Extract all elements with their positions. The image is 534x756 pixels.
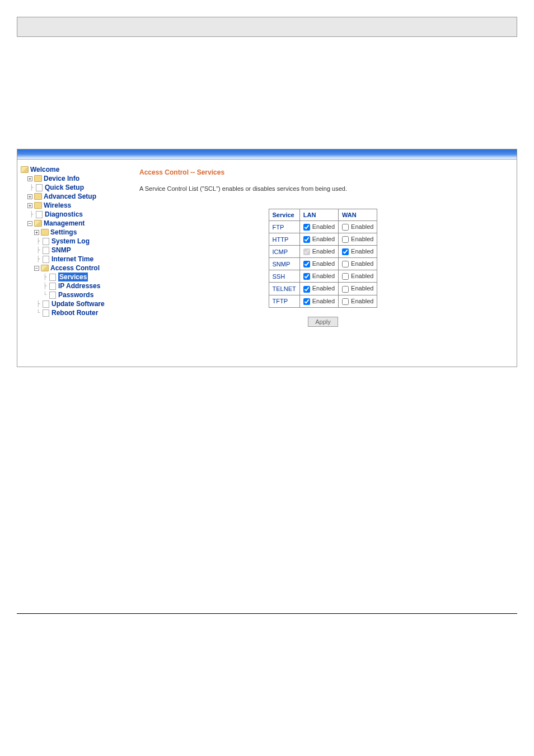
tree-item-management[interactable]: − Management [21, 219, 126, 228]
checkbox-ssh-wan[interactable] [342, 273, 349, 280]
table-row: TELNET Enabled Enabled [269, 283, 377, 295]
folder-open-icon [34, 220, 42, 227]
enabled-label: Enabled [351, 223, 373, 230]
apply-button[interactable]: Apply [308, 317, 338, 327]
checkbox-tftp-wan[interactable] [342, 298, 349, 305]
header-band [17, 149, 517, 159]
tree-label: Wireless [44, 201, 71, 210]
checkbox-ftp-wan[interactable] [342, 224, 349, 231]
folder-open-icon [21, 166, 29, 173]
tree-item-ip-addresses[interactable]: ├ IP Addresses [21, 281, 126, 290]
enabled-label: Enabled [351, 285, 373, 292]
tree-label: SNMP [51, 246, 71, 255]
file-icon [42, 238, 50, 245]
folder-open-icon [41, 265, 49, 271]
tree-label: Management [44, 219, 85, 228]
col-service: Service [269, 209, 299, 221]
tree-branch-icon: ├ [34, 237, 42, 246]
tree-branch-icon: ├ [34, 299, 42, 308]
tree-item-reboot-router[interactable]: └ Reboot Router [21, 308, 126, 317]
checkbox-snmp-wan[interactable] [342, 261, 349, 267]
tree-branch-icon: ├ [27, 210, 35, 219]
tree-item-internet-time[interactable]: ├ Internet Time [21, 255, 126, 264]
checkbox-telnet-lan[interactable] [303, 286, 310, 293]
checkbox-http-wan[interactable] [342, 236, 349, 243]
expander-minus-icon[interactable]: − [34, 266, 39, 271]
tree-branch-icon: ├ [34, 246, 42, 255]
tree-item-snmp[interactable]: ├ SNMP [21, 246, 126, 255]
table-row: TFTP Enabled Enabled [269, 295, 377, 307]
sidebar-nav-tree: Welcome + Device Info ├ [17, 159, 129, 367]
service-name: ICMP [269, 246, 299, 258]
file-icon [49, 274, 57, 280]
folder-closed-icon [34, 202, 42, 209]
tree-item-diagnostics[interactable]: ├ Diagnostics [21, 210, 126, 219]
checkbox-icmp-lan [303, 248, 310, 255]
enabled-label: Enabled [351, 298, 373, 304]
folder-closed-icon [34, 175, 42, 182]
tree-label: IP Addresses [58, 281, 100, 290]
folder-closed-icon [34, 193, 42, 200]
expander-plus-icon[interactable]: + [27, 194, 32, 199]
table-row: HTTP Enabled Enabled [269, 233, 377, 246]
service-name: HTTP [269, 233, 299, 246]
checkbox-http-lan[interactable] [303, 236, 310, 243]
checkbox-tftp-lan[interactable] [303, 298, 310, 305]
checkbox-ftp-lan[interactable] [303, 224, 310, 231]
tree-item-quick-setup[interactable]: ├ Quick Setup [21, 183, 126, 192]
tree-branch-icon: ├ [41, 273, 49, 281]
tree-item-advanced-setup[interactable]: + Advanced Setup [21, 192, 126, 201]
tree-label: Passwords [58, 290, 93, 299]
service-name: FTP [269, 221, 299, 233]
enabled-label: Enabled [351, 248, 373, 255]
checkbox-telnet-wan[interactable] [342, 286, 349, 293]
tree-item-services[interactable]: ├ Services [21, 273, 126, 281]
file-icon [49, 283, 57, 289]
tree-item-welcome[interactable]: Welcome [21, 165, 126, 174]
expander-plus-icon[interactable]: + [27, 176, 32, 181]
tree-branch-icon: ├ [27, 183, 35, 192]
enabled-label: Enabled [312, 260, 335, 267]
file-icon [35, 211, 43, 218]
table-row: SSH Enabled Enabled [269, 270, 377, 283]
enabled-label: Enabled [312, 223, 335, 230]
tree-branch-icon: └ [41, 290, 49, 299]
table-row: SNMP Enabled Enabled [269, 258, 377, 270]
checkbox-snmp-lan[interactable] [303, 261, 310, 267]
tree-label: Access Control [50, 264, 100, 273]
table-row: FTP Enabled Enabled [269, 221, 377, 233]
page-description: A Service Control List ("SCL") enables o… [139, 185, 507, 192]
enabled-label: Enabled [312, 285, 335, 292]
tree-item-update-software[interactable]: ├ Update Software [21, 299, 126, 308]
tree-item-settings[interactable]: + Settings [21, 228, 126, 237]
enabled-label: Enabled [312, 236, 335, 242]
checkbox-ssh-lan[interactable] [303, 273, 310, 280]
enabled-label: Enabled [351, 273, 373, 279]
expander-plus-icon[interactable]: + [34, 230, 39, 235]
checkbox-icmp-wan[interactable] [342, 248, 349, 255]
tree-label: Welcome [30, 165, 59, 174]
tree-item-access-control[interactable]: − Access Control [21, 264, 126, 273]
tree-label: Reboot Router [51, 308, 98, 317]
page-title: Access Control -- Services [139, 168, 507, 176]
enabled-label: Enabled [312, 248, 335, 255]
tree-label: Internet Time [51, 255, 93, 264]
file-icon [42, 309, 50, 316]
tree-item-device-info[interactable]: + Device Info [21, 174, 126, 183]
tree-label: System Log [51, 237, 90, 246]
tree-item-system-log[interactable]: ├ System Log [21, 237, 126, 246]
expander-plus-icon[interactable]: + [27, 203, 32, 208]
tree-item-wireless[interactable]: + Wireless [21, 201, 126, 210]
file-icon [42, 300, 50, 307]
services-table: Service LAN WAN FTP Enabled Enabled [269, 209, 378, 308]
enabled-label: Enabled [351, 260, 373, 267]
enabled-label: Enabled [312, 298, 335, 304]
tree-item-passwords[interactable]: └ Passwords [21, 290, 126, 299]
col-wan: WAN [339, 209, 377, 221]
expander-minus-icon[interactable]: − [27, 221, 32, 226]
tree-branch-icon: └ [34, 308, 42, 317]
tree-label: Diagnostics [45, 210, 83, 219]
file-icon [42, 247, 50, 253]
tree-branch-icon: ├ [34, 255, 42, 264]
tree-label: Advanced Setup [44, 192, 96, 201]
